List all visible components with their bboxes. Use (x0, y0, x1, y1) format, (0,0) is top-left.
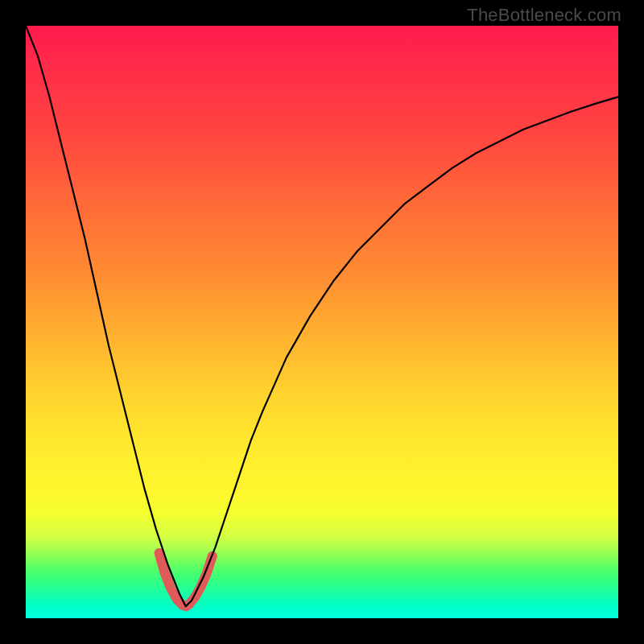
bottleneck-curve-path (26, 26, 618, 606)
plot-area (26, 26, 618, 618)
chart-frame: TheBottleneck.com (0, 0, 644, 644)
chart-svg (26, 26, 618, 618)
watermark-text: TheBottleneck.com (467, 5, 621, 26)
